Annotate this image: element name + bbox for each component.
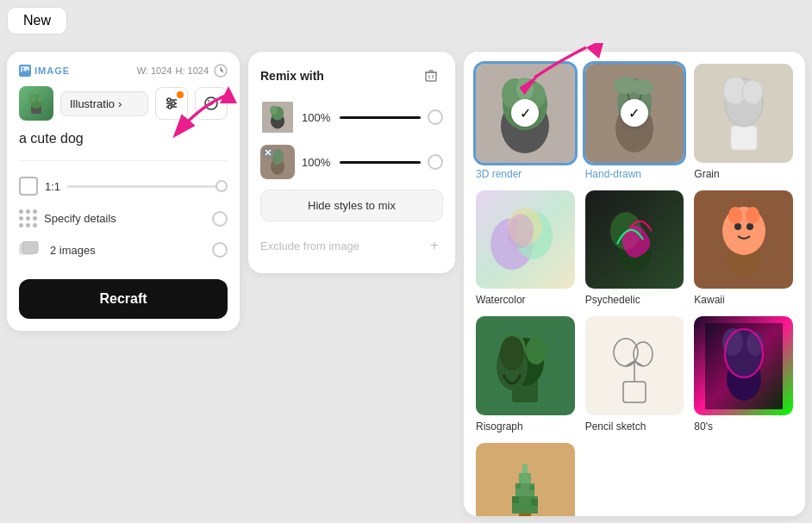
check-overlay-handdrawn: ✓ [621, 99, 648, 127]
gallery-thumb-3d-render[interactable]: ✓ [476, 64, 575, 163]
gallery-thumb-pixel-art[interactable] [476, 443, 575, 516]
svg-point-12 [172, 102, 175, 105]
remix-item-2: 100% [260, 145, 443, 179]
svg-rect-84 [522, 464, 528, 473]
svg-point-15 [208, 100, 209, 102]
wand-icon [203, 96, 219, 111]
aspect-ratio-slider[interactable] [67, 185, 228, 188]
svg-point-53 [508, 214, 534, 248]
adjustments-button[interactable] [155, 87, 188, 120]
num-images-label: 2 images [50, 244, 96, 257]
image-type-label: IMAGE [19, 65, 70, 77]
image-select-row: Illustratio › [19, 86, 228, 121]
gallery-thumb-80s[interactable] [694, 316, 793, 415]
svg-rect-18 [22, 241, 38, 253]
pixel-art-image [486, 449, 564, 516]
remix-item-1: 100% [260, 100, 443, 134]
80s-image [705, 323, 783, 409]
gallery-item-handdrawn[interactable]: ✓ Hand-drawn [585, 64, 684, 180]
remix-percent-1: 100% [302, 111, 333, 124]
remix-title: Remix with [260, 69, 324, 83]
divider-1 [19, 160, 228, 161]
sliders-icon [164, 96, 179, 111]
dimensions-label: W: 1024 H: 1024 [137, 65, 209, 76]
gallery-item-grain[interactable]: Grain [694, 64, 793, 180]
svg-point-13 [168, 105, 172, 109]
svg-point-11 [167, 98, 171, 102]
num-images-row: 2 images [19, 234, 228, 265]
gallery-thumb-pencil-sketch[interactable] [585, 316, 684, 415]
svg-rect-83 [519, 473, 531, 483]
svg-rect-21 [426, 72, 436, 81]
svg-point-58 [734, 223, 741, 230]
trash-button[interactable] [419, 64, 443, 88]
gallery-thumb-handdrawn[interactable]: ✓ [585, 64, 684, 163]
gallery-thumb-kawaii[interactable] [694, 190, 793, 290]
notification-dot [177, 91, 184, 98]
aspect-ratio-icon [19, 177, 38, 196]
svg-rect-85 [512, 496, 519, 503]
gallery-item-pixel-art[interactable]: Pixel art [476, 443, 575, 516]
remove-badge [262, 146, 274, 159]
gallery-item-kawaii[interactable]: Kawaii [694, 190, 793, 307]
gallery-item-pencil-sketch[interactable]: Pencil sketch [585, 316, 684, 433]
specify-details-toggle[interactable] [212, 211, 228, 227]
grain-image [705, 70, 783, 156]
remix-radio-1[interactable] [428, 109, 443, 125]
svg-point-28 [270, 106, 278, 115]
risograph-image [486, 323, 564, 409]
magic-button[interactable] [195, 87, 228, 120]
svg-point-67 [500, 336, 524, 370]
aspect-ratio-row: 1:1 [19, 170, 228, 202]
exclude-label: Exclude from image [260, 240, 359, 252]
remix-thumb-1 [260, 100, 295, 134]
check-overlay-3d: ✓ [511, 99, 539, 127]
remix-panel: Remix with 100% [248, 52, 455, 273]
gallery-item-risograph[interactable]: Risograph [476, 316, 575, 433]
exclude-row: Exclude from image + [260, 230, 443, 261]
gallery-item-80s[interactable]: 80's [694, 316, 793, 433]
recraft-button[interactable]: Recraft [19, 279, 228, 319]
plant-3d-mini-icon [265, 103, 291, 132]
watercolor-image [486, 196, 564, 283]
remix-header: Remix with [260, 64, 443, 88]
gallery-label-watercolor: Watercolor [476, 294, 575, 306]
gallery-label-handdrawn: Hand-drawn [585, 168, 684, 180]
num-images-toggle[interactable] [212, 242, 228, 258]
specify-details-row: Specify details [19, 202, 228, 234]
svg-point-60 [728, 207, 742, 224]
svg-point-16 [213, 100, 215, 102]
remix-thumb-2 [260, 145, 295, 179]
gallery-thumb-grain[interactable] [694, 64, 793, 163]
svg-point-61 [746, 207, 759, 224]
prompt-text: a cute dog [19, 131, 228, 146]
svg-rect-86 [531, 499, 538, 506]
gallery-item-watercolor[interactable]: Watercolor [476, 190, 575, 307]
aspect-ratio-label: 1:1 [45, 180, 60, 193]
gallery-label-grain: Grain [694, 168, 793, 180]
plant-preview-icon [22, 90, 50, 117]
gallery-item-3d-render[interactable]: ✓ 3D render [476, 64, 575, 180]
svg-rect-88 [529, 485, 534, 490]
trash-icon [424, 69, 438, 83]
remix-radio-2[interactable] [428, 154, 443, 170]
gallery-label-kawaii: Kawaii [694, 294, 793, 306]
remix-slider-1[interactable] [340, 116, 421, 119]
gallery-thumb-risograph[interactable] [476, 316, 575, 415]
remix-slider-2[interactable] [340, 161, 421, 164]
gallery-label-3d-render: 3D render [476, 168, 575, 180]
new-button[interactable]: New [7, 7, 67, 34]
add-exclude-button[interactable]: + [426, 237, 443, 254]
gallery-item-psychedelic[interactable]: Psychedelic [585, 190, 684, 307]
gallery-label-risograph: Risograph [476, 420, 575, 433]
hide-styles-button[interactable]: Hide styles to mix [260, 190, 443, 221]
gallery-label-psychedelic: Psychedelic [585, 294, 684, 306]
gallery-thumb-watercolor[interactable] [476, 190, 575, 290]
svg-rect-80 [519, 514, 531, 516]
dots-icon [19, 209, 37, 227]
svg-point-59 [746, 223, 753, 230]
gallery-panel: ✓ 3D render ✓ Hand-drawn [464, 52, 805, 516]
svg-point-7 [37, 96, 42, 103]
style-select-button[interactable]: Illustratio › [60, 91, 148, 116]
gallery-thumb-psychedelic[interactable] [585, 190, 684, 290]
